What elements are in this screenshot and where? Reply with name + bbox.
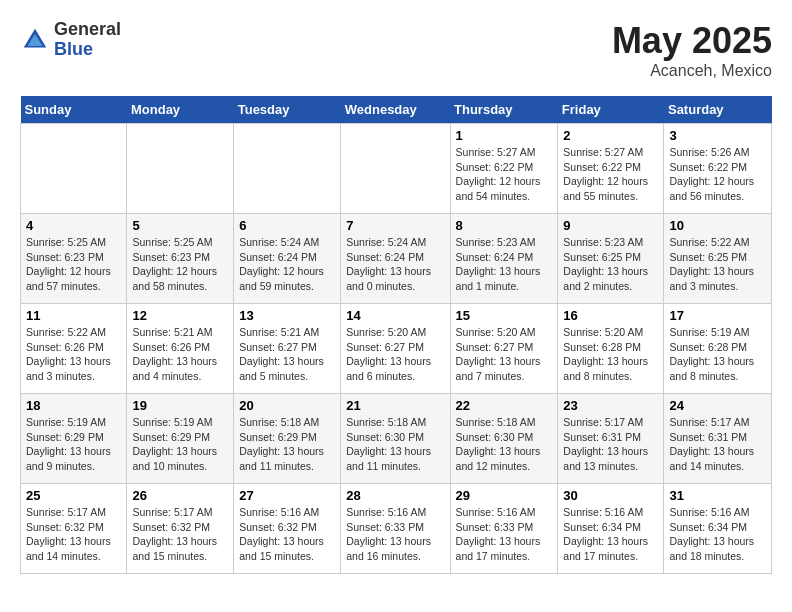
day-detail: Sunrise: 5:16 AM Sunset: 6:33 PM Dayligh…	[346, 505, 444, 564]
calendar-cell: 21Sunrise: 5:18 AM Sunset: 6:30 PM Dayli…	[341, 394, 450, 484]
day-detail: Sunrise: 5:17 AM Sunset: 6:31 PM Dayligh…	[563, 415, 658, 474]
day-number: 3	[669, 128, 766, 143]
day-number: 21	[346, 398, 444, 413]
calendar-cell: 10Sunrise: 5:22 AM Sunset: 6:25 PM Dayli…	[664, 214, 772, 304]
logo: General Blue	[20, 20, 121, 60]
day-detail: Sunrise: 5:17 AM Sunset: 6:32 PM Dayligh…	[26, 505, 121, 564]
day-detail: Sunrise: 5:25 AM Sunset: 6:23 PM Dayligh…	[132, 235, 228, 294]
calendar-subtitle: Acanceh, Mexico	[612, 62, 772, 80]
calendar-cell: 20Sunrise: 5:18 AM Sunset: 6:29 PM Dayli…	[234, 394, 341, 484]
calendar-table: SundayMondayTuesdayWednesdayThursdayFrid…	[20, 96, 772, 574]
day-detail: Sunrise: 5:27 AM Sunset: 6:22 PM Dayligh…	[456, 145, 553, 204]
day-detail: Sunrise: 5:24 AM Sunset: 6:24 PM Dayligh…	[346, 235, 444, 294]
header-row: SundayMondayTuesdayWednesdayThursdayFrid…	[21, 96, 772, 124]
calendar-cell: 31Sunrise: 5:16 AM Sunset: 6:34 PM Dayli…	[664, 484, 772, 574]
calendar-cell: 9Sunrise: 5:23 AM Sunset: 6:25 PM Daylig…	[558, 214, 664, 304]
day-number: 20	[239, 398, 335, 413]
day-header-saturday: Saturday	[664, 96, 772, 124]
day-detail: Sunrise: 5:23 AM Sunset: 6:24 PM Dayligh…	[456, 235, 553, 294]
day-number: 18	[26, 398, 121, 413]
calendar-cell: 13Sunrise: 5:21 AM Sunset: 6:27 PM Dayli…	[234, 304, 341, 394]
day-number: 22	[456, 398, 553, 413]
day-number: 17	[669, 308, 766, 323]
day-number: 30	[563, 488, 658, 503]
day-detail: Sunrise: 5:16 AM Sunset: 6:32 PM Dayligh…	[239, 505, 335, 564]
day-number: 19	[132, 398, 228, 413]
calendar-cell: 28Sunrise: 5:16 AM Sunset: 6:33 PM Dayli…	[341, 484, 450, 574]
calendar-cell: 23Sunrise: 5:17 AM Sunset: 6:31 PM Dayli…	[558, 394, 664, 484]
calendar-title: May 2025	[612, 20, 772, 62]
day-number: 11	[26, 308, 121, 323]
week-row-4: 18Sunrise: 5:19 AM Sunset: 6:29 PM Dayli…	[21, 394, 772, 484]
day-header-friday: Friday	[558, 96, 664, 124]
day-number: 6	[239, 218, 335, 233]
logo-blue: Blue	[54, 40, 121, 60]
day-detail: Sunrise: 5:22 AM Sunset: 6:25 PM Dayligh…	[669, 235, 766, 294]
calendar-cell: 30Sunrise: 5:16 AM Sunset: 6:34 PM Dayli…	[558, 484, 664, 574]
calendar-cell	[21, 124, 127, 214]
calendar-cell: 7Sunrise: 5:24 AM Sunset: 6:24 PM Daylig…	[341, 214, 450, 304]
day-detail: Sunrise: 5:20 AM Sunset: 6:27 PM Dayligh…	[456, 325, 553, 384]
day-header-tuesday: Tuesday	[234, 96, 341, 124]
day-detail: Sunrise: 5:22 AM Sunset: 6:26 PM Dayligh…	[26, 325, 121, 384]
day-number: 2	[563, 128, 658, 143]
calendar-cell: 8Sunrise: 5:23 AM Sunset: 6:24 PM Daylig…	[450, 214, 558, 304]
day-number: 8	[456, 218, 553, 233]
day-detail: Sunrise: 5:26 AM Sunset: 6:22 PM Dayligh…	[669, 145, 766, 204]
day-number: 9	[563, 218, 658, 233]
day-number: 13	[239, 308, 335, 323]
calendar-cell: 15Sunrise: 5:20 AM Sunset: 6:27 PM Dayli…	[450, 304, 558, 394]
day-detail: Sunrise: 5:18 AM Sunset: 6:29 PM Dayligh…	[239, 415, 335, 474]
calendar-cell: 16Sunrise: 5:20 AM Sunset: 6:28 PM Dayli…	[558, 304, 664, 394]
calendar-cell: 14Sunrise: 5:20 AM Sunset: 6:27 PM Dayli…	[341, 304, 450, 394]
day-number: 10	[669, 218, 766, 233]
logo-text: General Blue	[54, 20, 121, 60]
day-number: 7	[346, 218, 444, 233]
day-detail: Sunrise: 5:18 AM Sunset: 6:30 PM Dayligh…	[456, 415, 553, 474]
calendar-cell: 1Sunrise: 5:27 AM Sunset: 6:22 PM Daylig…	[450, 124, 558, 214]
page-header: General Blue May 2025 Acanceh, Mexico	[20, 20, 772, 80]
day-number: 23	[563, 398, 658, 413]
day-detail: Sunrise: 5:19 AM Sunset: 6:29 PM Dayligh…	[26, 415, 121, 474]
day-detail: Sunrise: 5:17 AM Sunset: 6:32 PM Dayligh…	[132, 505, 228, 564]
day-detail: Sunrise: 5:21 AM Sunset: 6:27 PM Dayligh…	[239, 325, 335, 384]
calendar-cell: 27Sunrise: 5:16 AM Sunset: 6:32 PM Dayli…	[234, 484, 341, 574]
week-row-5: 25Sunrise: 5:17 AM Sunset: 6:32 PM Dayli…	[21, 484, 772, 574]
title-block: May 2025 Acanceh, Mexico	[612, 20, 772, 80]
day-detail: Sunrise: 5:16 AM Sunset: 6:33 PM Dayligh…	[456, 505, 553, 564]
day-detail: Sunrise: 5:20 AM Sunset: 6:27 PM Dayligh…	[346, 325, 444, 384]
day-header-monday: Monday	[127, 96, 234, 124]
calendar-cell: 22Sunrise: 5:18 AM Sunset: 6:30 PM Dayli…	[450, 394, 558, 484]
week-row-3: 11Sunrise: 5:22 AM Sunset: 6:26 PM Dayli…	[21, 304, 772, 394]
day-detail: Sunrise: 5:16 AM Sunset: 6:34 PM Dayligh…	[563, 505, 658, 564]
calendar-cell	[127, 124, 234, 214]
day-number: 14	[346, 308, 444, 323]
day-detail: Sunrise: 5:23 AM Sunset: 6:25 PM Dayligh…	[563, 235, 658, 294]
calendar-cell	[341, 124, 450, 214]
day-header-sunday: Sunday	[21, 96, 127, 124]
day-number: 24	[669, 398, 766, 413]
calendar-cell: 17Sunrise: 5:19 AM Sunset: 6:28 PM Dayli…	[664, 304, 772, 394]
day-number: 29	[456, 488, 553, 503]
logo-general: General	[54, 20, 121, 40]
day-detail: Sunrise: 5:17 AM Sunset: 6:31 PM Dayligh…	[669, 415, 766, 474]
day-header-wednesday: Wednesday	[341, 96, 450, 124]
day-header-thursday: Thursday	[450, 96, 558, 124]
day-number: 27	[239, 488, 335, 503]
calendar-cell: 2Sunrise: 5:27 AM Sunset: 6:22 PM Daylig…	[558, 124, 664, 214]
logo-icon	[20, 25, 50, 55]
calendar-cell: 24Sunrise: 5:17 AM Sunset: 6:31 PM Dayli…	[664, 394, 772, 484]
calendar-cell: 26Sunrise: 5:17 AM Sunset: 6:32 PM Dayli…	[127, 484, 234, 574]
day-detail: Sunrise: 5:16 AM Sunset: 6:34 PM Dayligh…	[669, 505, 766, 564]
calendar-cell: 5Sunrise: 5:25 AM Sunset: 6:23 PM Daylig…	[127, 214, 234, 304]
calendar-cell: 11Sunrise: 5:22 AM Sunset: 6:26 PM Dayli…	[21, 304, 127, 394]
day-number: 12	[132, 308, 228, 323]
week-row-1: 1Sunrise: 5:27 AM Sunset: 6:22 PM Daylig…	[21, 124, 772, 214]
day-detail: Sunrise: 5:21 AM Sunset: 6:26 PM Dayligh…	[132, 325, 228, 384]
day-number: 15	[456, 308, 553, 323]
calendar-cell: 4Sunrise: 5:25 AM Sunset: 6:23 PM Daylig…	[21, 214, 127, 304]
calendar-cell: 3Sunrise: 5:26 AM Sunset: 6:22 PM Daylig…	[664, 124, 772, 214]
day-number: 26	[132, 488, 228, 503]
day-detail: Sunrise: 5:24 AM Sunset: 6:24 PM Dayligh…	[239, 235, 335, 294]
day-detail: Sunrise: 5:25 AM Sunset: 6:23 PM Dayligh…	[26, 235, 121, 294]
